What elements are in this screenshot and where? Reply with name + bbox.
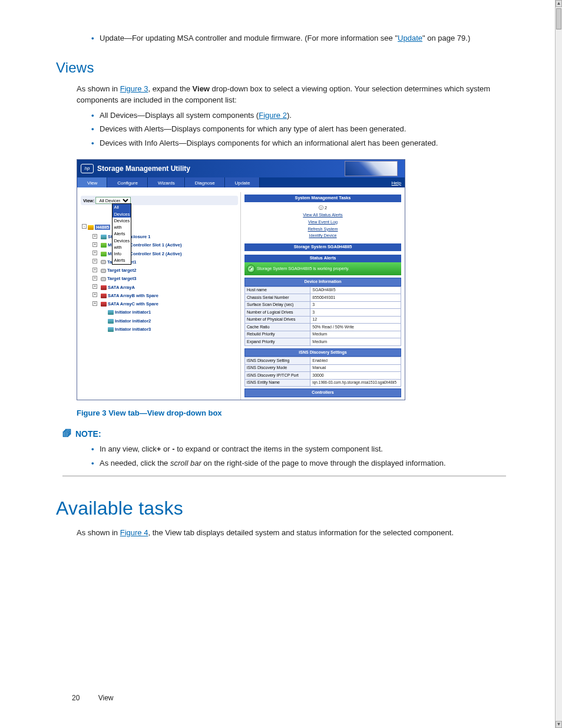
table-row: Number of Logical Drives3: [245, 309, 401, 317]
heading-available-tasks: Available tasks: [56, 494, 506, 522]
value: 12: [310, 316, 401, 324]
label: Expand Priority: [245, 338, 310, 346]
text: As shown in: [77, 528, 120, 537]
label: Rebuild Priority: [245, 331, 310, 338]
isns-header: iSNS Discovery Settings: [244, 348, 401, 357]
link-figure3[interactable]: Figure 3: [120, 84, 148, 93]
value: iqn.1986-03.com.hp.storage.msa1510.sga0h…: [310, 379, 401, 387]
value: 8550049301: [310, 294, 401, 302]
link-update[interactable]: Update: [398, 34, 422, 42]
opt-devices-alerts[interactable]: Devices with Alerts: [113, 218, 131, 238]
note-icon: 🗊: [62, 427, 72, 441]
tree-root-label: H48II5: [95, 225, 110, 230]
heading-views: Views: [56, 57, 506, 78]
table-row: iSNS Discovery ModeManual: [245, 364, 401, 372]
status-ok-box: ✓ Storage System SGA0H48II5 is working p…: [244, 262, 401, 275]
link-view-event-log[interactable]: View Event Log: [244, 219, 401, 226]
app-body: View: All Devices All Devices Devices wi…: [77, 192, 405, 400]
opt-devices-info[interactable]: Devices with Info Alerts: [113, 238, 131, 264]
scroll-thumb[interactable]: [556, 8, 561, 29]
tree-initiator-2[interactable]: Initiator initiator2: [100, 317, 240, 325]
link-figure2[interactable]: Figure 2: [259, 111, 287, 120]
link-view-all-alerts[interactable]: View All Status Alerts: [244, 212, 401, 219]
tree-array-c[interactable]: +SATA ArrayC with Spare: [92, 300, 240, 308]
server-icon: [88, 225, 94, 230]
text: Update—For updating MSA controller and m…: [100, 34, 398, 42]
expand-icon[interactable]: +: [92, 234, 97, 239]
isns-table: iSNS Discovery SettingEnabled iSNS Disco…: [244, 357, 401, 387]
scroll-down-icon[interactable]: ▼: [556, 721, 562, 728]
value: SGA0H48II5: [310, 286, 401, 294]
link-help[interactable]: Help: [388, 177, 405, 187]
note-label: NOTE:: [75, 428, 101, 440]
array-icon: [101, 294, 107, 298]
table-row: Surface Scan Delay (sec)3: [245, 301, 401, 309]
enclosure-icon: [101, 235, 107, 239]
tab-view[interactable]: View: [77, 177, 107, 187]
tree-initiator-1[interactable]: Initiator initiator1: [100, 308, 240, 317]
link-figure4[interactable]: Figure 4: [120, 528, 148, 537]
text: As needed, click the: [100, 459, 170, 467]
tree-root[interactable]: - H48II5: [82, 223, 240, 231]
controller-icon: [101, 252, 107, 256]
expand-icon[interactable]: +: [92, 301, 97, 306]
table-row: Expand PriorityMedium: [245, 338, 401, 346]
text: As shown in: [77, 84, 120, 93]
device-info-header: Device Information: [244, 278, 401, 286]
label: iSNS Discovery Mode: [245, 364, 310, 372]
link-refresh-system[interactable]: Refresh System: [244, 226, 401, 233]
controllers-header: Controllers: [244, 388, 401, 397]
initiator-icon: [108, 310, 114, 315]
scroll-up-icon[interactable]: ▲: [556, 0, 562, 7]
tasks-list: ⓘ 2 View All Status Alerts View Event Lo…: [244, 205, 401, 239]
scrollbar[interactable]: ▲ ▼: [555, 0, 562, 728]
label: Target target3: [107, 276, 136, 281]
label: Surface Scan Delay (sec): [245, 301, 310, 309]
tree-initiator-3[interactable]: Initiator initiator3: [100, 325, 240, 333]
expand-icon[interactable]: +: [92, 259, 97, 263]
tab-wizards[interactable]: Wizards: [148, 177, 185, 187]
value: Medium: [310, 338, 401, 346]
opt-all-devices[interactable]: All Devices: [113, 204, 131, 218]
tree-target-3[interactable]: +Target target3: [92, 275, 240, 283]
text: or: [161, 444, 172, 453]
view-select[interactable]: All Devices: [95, 197, 131, 204]
value: 3: [310, 301, 401, 309]
text: on the right-side of the page to move th…: [201, 459, 446, 467]
table-row: iSNS Discovery IP/TCP Port30000: [245, 372, 401, 380]
view-label: View:: [83, 197, 94, 204]
label: Number of Logical Drives: [245, 309, 310, 317]
label: Target target2: [107, 268, 136, 273]
component-tree: - H48II5 +Storage Enclosure 1 +MSA1510i …: [80, 223, 240, 333]
expand-icon[interactable]: +: [92, 292, 97, 297]
main-menubar: View Configure Wizards Diagnose Update H…: [77, 177, 405, 187]
label: Initiator initiator3: [115, 327, 151, 332]
expand-icon[interactable]: +: [92, 268, 97, 272]
tree-array-a[interactable]: +SATA ArrayA: [92, 283, 240, 291]
tasks-panel-header: System Management Tasks: [244, 195, 401, 202]
figure3-caption: Figure 3 View tab—View drop-down box: [77, 407, 506, 419]
table-row: iSNS Discovery SettingEnabled: [245, 357, 401, 365]
tab-configure[interactable]: Configure: [107, 177, 148, 187]
label: Number of Physical Drives: [245, 316, 310, 324]
table-row: Rebuild PriorityMedium: [245, 331, 401, 338]
expand-icon[interactable]: +: [92, 284, 97, 289]
expand-icon[interactable]: +: [92, 276, 97, 281]
status-message: Storage System SGA0H48II5 is working pro…: [257, 266, 349, 272]
expand-icon[interactable]: -: [82, 224, 87, 229]
link-identify-device[interactable]: Identify Device: [244, 233, 401, 239]
views-bullet-alerts: Devices with Alerts—Displays components …: [91, 123, 506, 135]
tree-target-2[interactable]: +Target target2: [92, 266, 240, 275]
table-row: Chassis Serial Number8550049301: [245, 294, 401, 302]
note-bullet-expand: In any view, click+ or - to expand or co…: [91, 443, 506, 455]
expand-icon[interactable]: +: [92, 251, 97, 255]
note-bullet-scrollbar: As needed, click the scroll bar on the r…: [91, 457, 506, 469]
initiator-icon: [108, 327, 114, 332]
tab-diagnose[interactable]: Diagnose: [185, 177, 225, 187]
text: " on page 79.): [422, 34, 470, 42]
expand-icon[interactable]: +: [92, 242, 97, 247]
tab-update[interactable]: Update: [225, 177, 260, 187]
note-header: 🗊 NOTE:: [62, 427, 506, 441]
tree-array-b[interactable]: +SATA ArrayB with Spare: [92, 291, 240, 299]
value: Medium: [310, 331, 401, 338]
